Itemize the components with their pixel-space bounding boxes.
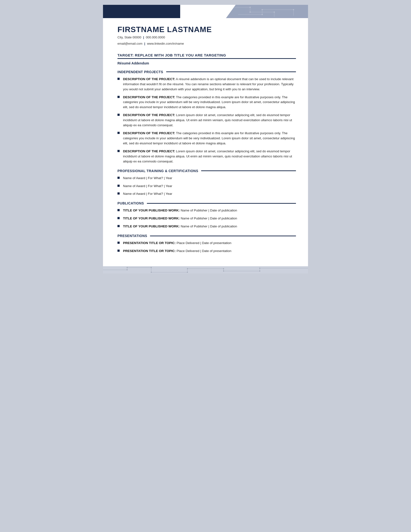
pub-content: Name of Publisher | Date of publication: [181, 217, 237, 220]
bullet-square: [118, 242, 120, 244]
svg-point-33: [259, 271, 260, 272]
list-item: Name of Award | For What? | Year: [118, 191, 296, 197]
pres-bold: PRESENTATION TITLE OR TOPIC:: [123, 241, 176, 245]
circuit-pattern-bottom: [103, 266, 308, 274]
bullet-bold: DESCRIPTION OF THE PROJECT:: [123, 113, 175, 117]
independent-projects-list: DESCRIPTION OF THE PROJECT: A résumé add…: [118, 77, 296, 164]
svg-point-32: [223, 271, 224, 272]
target-title: TARGET: REPLACE WITH JOB TITLE YOU ARE T…: [118, 53, 296, 59]
bullet-bold: DESCRIPTION OF THE PROJECT:: [123, 131, 175, 135]
bullet-text: DESCRIPTION OF THE PROJECT: The categori…: [123, 131, 296, 146]
resume-page: FIRSTNAME LASTNAME City, State 00000 | 0…: [103, 5, 308, 274]
independent-projects-title: INDEPENDENT PROJECTS: [118, 70, 166, 74]
bottom-circuit-bar: [103, 266, 308, 274]
bullet-bold: DESCRIPTION OF THE PROJECT:: [123, 77, 175, 81]
svg-point-27: [151, 267, 152, 268]
svg-point-31: [223, 268, 224, 269]
bullet-square: [118, 96, 120, 98]
bullet-text: DESCRIPTION OF THE PROJECT: The categori…: [123, 95, 296, 110]
bullet-square: [118, 250, 120, 252]
contact-line-2: email@email.com | www.linkedin.com/in/na…: [118, 41, 296, 46]
svg-point-34: [259, 268, 260, 269]
svg-point-11: [262, 9, 263, 10]
professional-training-header: PROFESSIONAL TRAINING & CERTIFICATIONS: [118, 169, 296, 173]
target-section: TARGET: REPLACE WITH JOB TITLE YOU ARE T…: [118, 53, 296, 65]
professional-training-line: [201, 171, 296, 171]
resume-name: FIRSTNAME LASTNAME: [118, 25, 296, 34]
phone: 000.000.0000: [146, 36, 165, 39]
list-item: PRESENTATION TITLE OR TOPIC: Place Deliv…: [118, 249, 296, 254]
pres-bold: PRESENTATION TITLE OR TOPIC:: [123, 249, 176, 253]
bullet-square: [118, 114, 120, 116]
separator-1: |: [143, 36, 145, 39]
svg-point-8: [250, 7, 251, 8]
bullet-text: DESCRIPTION OF THE PROJECT: Lorem ipsum …: [123, 149, 296, 164]
list-item: DESCRIPTION OF THE PROJECT: A résumé add…: [118, 77, 296, 92]
bullet-text: TITLE OF YOUR PUBLISHED WORK: Name of Pu…: [123, 224, 296, 229]
pub-bold: TITLE OF YOUR PUBLISHED WORK:: [123, 225, 180, 228]
contact-line-1: City, State 00000 | 000.000.0000: [118, 35, 296, 40]
svg-point-12: [262, 14, 263, 15]
bullet-square: [118, 192, 120, 195]
publications-line: [147, 203, 296, 204]
separator-2: |: [144, 42, 146, 45]
professional-training-list: Name of Award | For What? | Year Name of…: [118, 176, 296, 197]
svg-point-25: [127, 269, 128, 270]
svg-point-9: [250, 12, 251, 13]
bullet-square: [118, 177, 120, 179]
bullet-square: [118, 132, 120, 134]
presentations-line: [150, 236, 296, 236]
training-item: Name of Award | For What? | Year: [123, 191, 296, 197]
city-state: City, State 00000: [118, 36, 141, 39]
bullet-bold: DESCRIPTION OF THE PROJECT:: [123, 95, 175, 99]
presentations-header: PRESENTATIONS: [118, 234, 296, 238]
top-dark-bar: [103, 5, 180, 18]
independent-projects-header: INDEPENDENT PROJECTS: [118, 70, 296, 74]
training-item: Name of Award | For What? | Year: [123, 176, 296, 181]
bullet-square: [118, 185, 120, 187]
bullet-text: DESCRIPTION OF THE PROJECT: Lorem ipsum …: [123, 113, 296, 128]
top-right-shape: [226, 5, 308, 18]
list-item: TITLE OF YOUR PUBLISHED WORK: Name of Pu…: [118, 216, 296, 221]
list-item: DESCRIPTION OF THE PROJECT: The categori…: [118, 95, 296, 110]
list-item: DESCRIPTION OF THE PROJECT: Lorem ipsum …: [118, 149, 296, 164]
circuit-pattern-top: [226, 5, 308, 18]
list-item: TITLE OF YOUR PUBLISHED WORK: Name of Pu…: [118, 224, 296, 229]
list-item: Name of Award | For What? | Year: [118, 184, 296, 189]
bullet-square: [118, 209, 120, 211]
svg-point-10: [274, 12, 275, 13]
publications-header: PUBLICATIONS: [118, 201, 296, 205]
list-item: PRESENTATION TITLE OR TOPIC: Place Deliv…: [118, 241, 296, 246]
bullet-square: [118, 78, 120, 80]
top-decoration: [103, 5, 308, 18]
pub-content: Name of Publisher | Date of publication: [181, 225, 237, 228]
publications-list: TITLE OF YOUR PUBLISHED WORK: Name of Pu…: [118, 208, 296, 229]
independent-projects-line: [166, 71, 296, 72]
addendum-label: Résumé Addendum: [118, 61, 296, 65]
svg-point-26: [127, 267, 128, 268]
bullet-square: [118, 217, 120, 219]
svg-point-29: [187, 272, 188, 273]
presentations-title: PRESENTATIONS: [118, 234, 150, 238]
bullet-text: TITLE OF YOUR PUBLISHED WORK: Name of Pu…: [123, 208, 296, 213]
presentations-list: PRESENTATION TITLE OR TOPIC: Place Deliv…: [118, 241, 296, 254]
bullet-text: DESCRIPTION OF THE PROJECT: A résumé add…: [123, 77, 296, 92]
publications-title: PUBLICATIONS: [118, 201, 147, 205]
pub-bold: TITLE OF YOUR PUBLISHED WORK:: [123, 209, 180, 212]
professional-training-title: PROFESSIONAL TRAINING & CERTIFICATIONS: [118, 169, 201, 173]
pres-content: Place Delivered | Date of presentation: [177, 249, 231, 253]
pub-bold: TITLE OF YOUR PUBLISHED WORK:: [123, 217, 180, 220]
email: email@email.com: [118, 42, 143, 45]
linkedin: www.linkedin.com/in/name: [147, 42, 184, 45]
svg-point-13: [293, 9, 294, 10]
svg-point-28: [151, 272, 152, 273]
bullet-text: PRESENTATION TITLE OR TOPIC: Place Deliv…: [123, 241, 296, 246]
bullet-bold: DESCRIPTION OF THE PROJECT:: [123, 149, 175, 153]
training-item: Name of Award | For What? | Year: [123, 184, 296, 189]
name-block: FIRSTNAME LASTNAME City, State 00000 | 0…: [118, 25, 296, 46]
bullet-text: PRESENTATION TITLE OR TOPIC: Place Deliv…: [123, 249, 296, 254]
bullet-text: TITLE OF YOUR PUBLISHED WORK: Name of Pu…: [123, 216, 296, 221]
list-item: DESCRIPTION OF THE PROJECT: Lorem ipsum …: [118, 113, 296, 128]
bullet-square: [118, 225, 120, 227]
svg-point-30: [187, 268, 188, 269]
